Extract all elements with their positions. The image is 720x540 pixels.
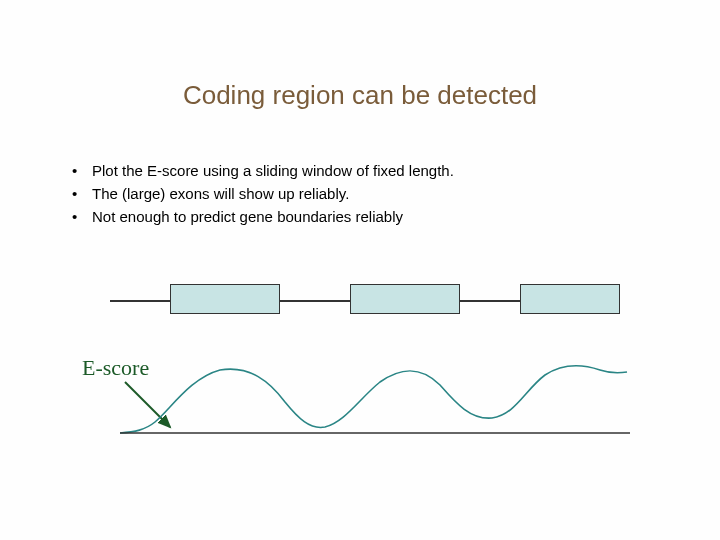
bullet-item: • Not enough to predict gene boundaries … [72, 206, 660, 227]
exon-box [170, 284, 280, 314]
bullet-text: Plot the E-score using a sliding window … [92, 160, 454, 181]
exon-box [520, 284, 620, 314]
exon-diagram [110, 275, 620, 325]
escore-plot: E-score [70, 355, 630, 455]
bullet-item: • The (large) exons will show up reliabl… [72, 183, 660, 204]
bullet-text: The (large) exons will show up reliably. [92, 183, 349, 204]
bullet-list: • Plot the E-score using a sliding windo… [72, 160, 660, 229]
bullet-text: Not enough to predict gene boundaries re… [92, 206, 403, 227]
bullet-dot-icon: • [72, 183, 92, 204]
escore-baseline [120, 431, 630, 435]
bullet-item: • Plot the E-score using a sliding windo… [72, 160, 660, 181]
bullet-dot-icon: • [72, 160, 92, 181]
bullet-dot-icon: • [72, 206, 92, 227]
exon-box [350, 284, 460, 314]
slide-title: Coding region can be detected [0, 80, 720, 111]
